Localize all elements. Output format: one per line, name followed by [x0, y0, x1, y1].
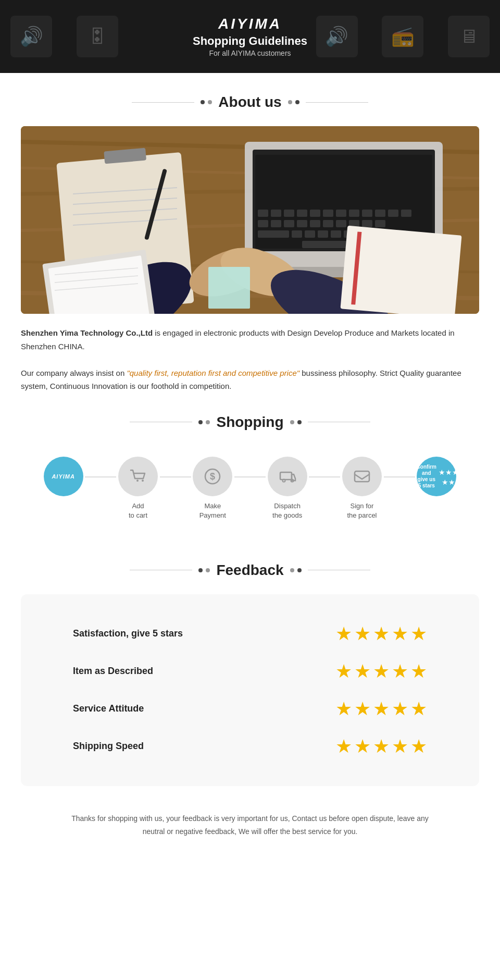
feedback-row-2: Item as Described ★ ★ ★ ★ ★ [52, 653, 448, 690]
svg-rect-66 [280, 472, 292, 480]
dot-1 [201, 100, 205, 104]
feedback-card: Satisfaction, give 5 stars ★ ★ ★ ★ ★ Ite… [21, 594, 479, 786]
svg-rect-33 [258, 230, 289, 238]
svg-rect-37 [331, 230, 341, 238]
step-icon-confirm: Confirm andgive us 5 stars ★★★★★ [417, 457, 456, 496]
page-header: 🔊 🎛 🔊 📻 🖥 AIYIMA Shopping Guidelines For… [0, 0, 500, 73]
svg-rect-14 [297, 210, 307, 217]
shopping-section-title: Shopping [216, 414, 283, 431]
feedback-dots-right [290, 568, 302, 572]
step-label-dispatch: Dispatchthe goods [272, 501, 302, 520]
star-4-5: ★ [410, 737, 427, 756]
step-confirm: Confirm andgive us 5 stars ★★★★★ [399, 457, 474, 501]
svg-rect-35 [305, 230, 315, 238]
star-1-5: ★ [410, 624, 427, 643]
dot-10 [206, 568, 210, 572]
stars-3: ★ ★ ★ ★ ★ [335, 700, 427, 718]
svg-rect-31 [362, 220, 372, 227]
star-3-5: ★ [410, 700, 427, 718]
steps-container: AIYIMA Addto cart $ MakePayment [21, 446, 479, 541]
step-cart: Addto cart [101, 457, 175, 520]
svg-rect-34 [292, 230, 302, 238]
feedback-label-2: Item as Described [73, 666, 153, 677]
svg-rect-24 [271, 220, 281, 227]
shopping-dots-right [290, 420, 302, 424]
shopping-line-right [308, 422, 370, 422]
bg-icon-5: 🖥 [448, 16, 490, 57]
star-2-2: ★ [354, 662, 371, 681]
star-3-4: ★ [392, 700, 408, 718]
svg-rect-13 [284, 210, 294, 217]
bg-icon-1: 🔊 [10, 16, 52, 57]
svg-rect-29 [336, 220, 346, 227]
star-1-4: ★ [392, 624, 408, 643]
header-center: AIYIMA Shopping Guidelines For all AIYIM… [193, 16, 307, 57]
bg-icon-3: 🔊 [316, 16, 358, 57]
star-2-4: ★ [392, 662, 408, 681]
about-dots-left [201, 100, 212, 104]
step-icon-dispatch [268, 457, 307, 496]
shopping-line-left [130, 422, 192, 422]
svg-rect-59 [208, 267, 250, 309]
svg-rect-19 [362, 210, 372, 217]
feedback-section: Feedback Satisfaction, give 5 stars ★ ★ … [0, 562, 500, 859]
svg-rect-15 [310, 210, 320, 217]
feedback-title-row: Feedback [21, 562, 479, 579]
header-subtitle: For all AIYIMA customers [193, 49, 307, 57]
step-aiyima: AIYIMA [26, 457, 101, 501]
about-line-right [306, 102, 368, 103]
svg-text:$: $ [210, 471, 215, 482]
svg-rect-32 [375, 220, 385, 227]
step-label-sign: Sign forthe parcel [347, 501, 377, 520]
footer-text: Thanks for shopping with us, your feedba… [21, 802, 479, 859]
star-3-1: ★ [335, 700, 352, 718]
step-label-cart: Addto cart [129, 501, 147, 520]
star-2-1: ★ [335, 662, 352, 681]
svg-point-67 [282, 479, 285, 482]
star-3-3: ★ [373, 700, 390, 718]
step-icon-payment: $ [193, 457, 232, 496]
svg-rect-17 [336, 210, 346, 217]
dot-7 [290, 420, 294, 424]
about-section-title: About us [218, 94, 281, 111]
star-4-3: ★ [373, 737, 390, 756]
stars-2: ★ ★ ★ ★ ★ [335, 662, 427, 681]
star-1-1: ★ [335, 624, 352, 643]
dot-3 [288, 100, 292, 104]
svg-rect-11 [258, 210, 268, 217]
step-icon-cart [118, 457, 158, 496]
star-4-4: ★ [392, 737, 408, 756]
star-2-3: ★ [373, 662, 390, 681]
svg-rect-28 [323, 220, 333, 227]
feedback-label-3: Service Attitude [73, 703, 144, 714]
svg-point-62 [136, 480, 139, 482]
svg-rect-25 [284, 220, 294, 227]
svg-rect-21 [388, 210, 398, 217]
dot-5 [198, 420, 203, 424]
header-title: Shopping Guidelines [193, 34, 307, 48]
header-brand: AIYIMA [193, 16, 307, 32]
feedback-dots-left [198, 568, 210, 572]
star-2-5: ★ [410, 662, 427, 681]
about-title-row: About us [21, 94, 479, 111]
svg-point-63 [142, 480, 144, 482]
philosophy-text: "quality first, reputation first and com… [127, 369, 299, 377]
about-dots-right [288, 100, 299, 104]
svg-rect-26 [297, 220, 307, 227]
step-payment: $ MakePayment [176, 457, 250, 520]
about-paragraph-2: Our company always insist on "quality fi… [21, 366, 479, 393]
step-dispatch: Dispatchthe goods [250, 457, 324, 520]
star-3-2: ★ [354, 700, 371, 718]
feedback-section-title: Feedback [216, 562, 283, 579]
bg-icon-4: 📻 [382, 16, 423, 57]
bg-icon-2: 🎛 [77, 16, 118, 57]
about-image [21, 126, 479, 314]
feedback-line-left [130, 570, 192, 570]
about-line-left [132, 102, 194, 103]
shopping-title-row: Shopping [21, 414, 479, 431]
dot-2 [208, 100, 212, 104]
dot-6 [206, 420, 210, 424]
svg-rect-18 [349, 210, 359, 217]
star-4-2: ★ [354, 737, 371, 756]
feedback-label-4: Shipping Speed [73, 741, 144, 752]
